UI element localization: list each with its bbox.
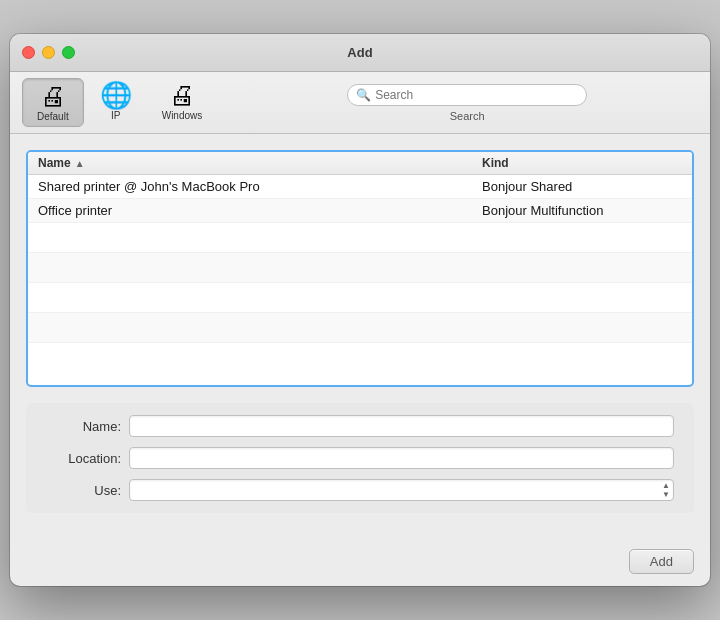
tab-default[interactable]: 🖨 Default bbox=[22, 78, 84, 127]
search-label: Search bbox=[450, 110, 485, 122]
tab-default-label: Default bbox=[37, 111, 69, 122]
table-row[interactable]: Shared printer @ John's MacBook Pro Bonj… bbox=[28, 175, 692, 199]
form-section: Name: Location: Use: Select Software... … bbox=[26, 403, 694, 513]
use-select-container: Select Software... Other... ▲ ▼ bbox=[129, 479, 674, 501]
name-field[interactable] bbox=[129, 415, 674, 437]
printer-list-container: Name ▲ Kind Shared printer @ John's MacB… bbox=[26, 150, 694, 387]
traffic-lights bbox=[22, 46, 75, 59]
printer-kind: Bonjour Shared bbox=[482, 179, 682, 194]
tab-windows-label: Windows bbox=[162, 110, 203, 121]
tab-windows[interactable]: 🖨 Windows bbox=[148, 78, 217, 127]
use-select[interactable]: Select Software... Other... bbox=[129, 479, 674, 501]
printer-name: Office printer bbox=[38, 203, 482, 218]
use-row: Use: Select Software... Other... ▲ ▼ bbox=[46, 479, 674, 501]
location-field[interactable] bbox=[129, 447, 674, 469]
use-label: Use: bbox=[46, 483, 121, 498]
bottom-bar: Add bbox=[10, 541, 710, 586]
close-button[interactable] bbox=[22, 46, 35, 59]
printer-kind: Bonjour Multifunction bbox=[482, 203, 682, 218]
add-button[interactable]: Add bbox=[629, 549, 694, 574]
table-row bbox=[28, 253, 692, 283]
default-printer-icon: 🖨 bbox=[40, 83, 66, 109]
ip-icon: 🌐 bbox=[100, 82, 132, 108]
search-area: 🔍 Search bbox=[236, 84, 698, 122]
column-header-kind: Kind bbox=[482, 156, 682, 170]
content-area: Name ▲ Kind Shared printer @ John's MacB… bbox=[10, 134, 710, 541]
title-bar: Add bbox=[10, 34, 710, 72]
minimize-button[interactable] bbox=[42, 46, 55, 59]
printer-name: Shared printer @ John's MacBook Pro bbox=[38, 179, 482, 194]
table-row bbox=[28, 223, 692, 253]
search-box[interactable]: 🔍 bbox=[347, 84, 587, 106]
search-icon: 🔍 bbox=[356, 88, 371, 102]
location-label: Location: bbox=[46, 451, 121, 466]
table-row bbox=[28, 283, 692, 313]
location-row: Location: bbox=[46, 447, 674, 469]
search-input[interactable] bbox=[375, 88, 578, 102]
column-header-name: Name ▲ bbox=[38, 156, 482, 170]
tab-ip-label: IP bbox=[111, 110, 120, 121]
main-window: Add 🖨 Default 🌐 IP 🖨 Windows 🔍 Search bbox=[10, 34, 710, 586]
window-title: Add bbox=[347, 45, 372, 60]
list-header: Name ▲ Kind bbox=[28, 152, 692, 175]
toolbar: 🖨 Default 🌐 IP 🖨 Windows 🔍 Search bbox=[10, 72, 710, 134]
toolbar-tabs: 🖨 Default 🌐 IP 🖨 Windows bbox=[22, 78, 216, 127]
table-row bbox=[28, 313, 692, 343]
sort-arrow-icon: ▲ bbox=[75, 158, 85, 169]
table-row[interactable]: Office printer Bonjour Multifunction bbox=[28, 199, 692, 223]
name-row: Name: bbox=[46, 415, 674, 437]
name-label: Name: bbox=[46, 419, 121, 434]
tab-ip[interactable]: 🌐 IP bbox=[86, 78, 146, 127]
maximize-button[interactable] bbox=[62, 46, 75, 59]
printer-list: Shared printer @ John's MacBook Pro Bonj… bbox=[28, 175, 692, 385]
windows-icon: 🖨 bbox=[169, 82, 195, 108]
